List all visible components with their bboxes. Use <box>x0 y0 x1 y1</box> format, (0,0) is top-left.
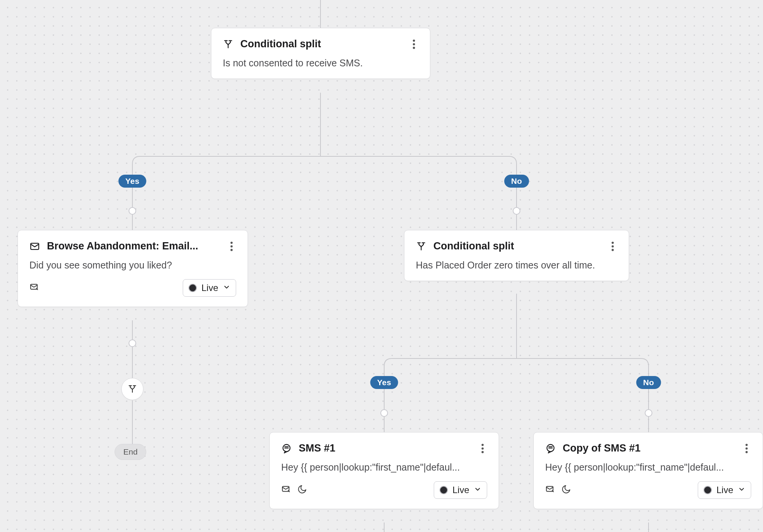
branch-label-yes: Yes <box>370 376 398 389</box>
end-node: End <box>114 444 146 460</box>
more-icon[interactable] <box>227 241 236 252</box>
node-email[interactable]: Browse Abandonment: Email... Did you see… <box>18 230 248 307</box>
merge-node[interactable] <box>121 378 143 400</box>
node-description: Hey {{ person|lookup:"first_name"|defaul… <box>545 462 751 473</box>
svg-point-16 <box>612 245 614 248</box>
status-label: Live <box>452 485 469 495</box>
svg-point-8 <box>413 43 415 45</box>
status-dot-icon <box>188 284 197 292</box>
node-description: Hey {{ person|lookup:"first_name"|defaul… <box>281 462 487 473</box>
connector-dot <box>645 409 652 417</box>
sms-icon <box>545 443 556 454</box>
node-sms[interactable]: Copy of SMS #1 Hey {{ person|lookup:"fir… <box>533 432 763 509</box>
connector-dot <box>129 339 136 347</box>
node-description: Has Placed Order zero times over all tim… <box>416 260 617 271</box>
svg-point-7 <box>413 39 415 42</box>
mail-icon <box>29 241 40 252</box>
svg-point-25 <box>745 447 748 450</box>
split-icon <box>223 39 233 50</box>
svg-point-17 <box>612 249 614 251</box>
connector-dot <box>129 207 136 215</box>
node-title: Browse Abandonment: Email... <box>47 240 220 252</box>
smart-send-icon <box>281 484 291 496</box>
svg-point-12 <box>230 245 233 248</box>
node-sms[interactable]: SMS #1 Hey {{ person|lookup:"first_name"… <box>269 432 499 509</box>
svg-point-9 <box>413 47 415 49</box>
status-dropdown[interactable]: Live <box>434 481 487 499</box>
quiet-hours-icon <box>561 484 571 496</box>
split-icon <box>127 384 137 394</box>
svg-point-19 <box>481 444 484 446</box>
svg-point-13 <box>230 249 233 251</box>
svg-point-26 <box>745 451 748 453</box>
node-description: Did you see something you liked? <box>29 260 236 271</box>
connector-dot <box>380 409 388 417</box>
node-title: Conditional split <box>433 240 601 252</box>
chevron-down-icon <box>223 283 230 293</box>
status-label: Live <box>716 485 733 495</box>
svg-point-20 <box>481 447 484 450</box>
branch-label-yes: Yes <box>118 175 146 188</box>
branch-label-no: No <box>636 376 661 389</box>
status-dot-icon <box>703 486 712 494</box>
quiet-hours-icon <box>297 484 307 496</box>
svg-point-15 <box>612 241 614 244</box>
node-title: Copy of SMS #1 <box>563 442 735 454</box>
split-icon <box>416 241 427 252</box>
more-icon[interactable] <box>608 241 617 252</box>
flow-canvas[interactable]: Conditional split Is not consented to re… <box>0 0 763 532</box>
svg-point-11 <box>230 241 233 244</box>
more-icon[interactable] <box>409 39 419 50</box>
status-label: Live <box>201 283 218 293</box>
svg-point-21 <box>481 451 484 453</box>
branch-label-no: No <box>504 175 529 188</box>
more-icon[interactable] <box>742 443 751 454</box>
chevron-down-icon <box>738 485 745 495</box>
node-title: Conditional split <box>240 38 402 50</box>
connector-dot <box>513 207 520 215</box>
status-dropdown[interactable]: Live <box>698 481 751 499</box>
sms-icon <box>281 443 292 454</box>
status-dot-icon <box>439 486 448 494</box>
svg-point-24 <box>745 444 748 446</box>
chevron-down-icon <box>474 485 481 495</box>
status-dropdown[interactable]: Live <box>183 279 236 297</box>
node-title: SMS #1 <box>299 442 471 454</box>
node-conditional-split[interactable]: Conditional split Has Placed Order zero … <box>404 230 629 281</box>
smart-send-icon <box>545 484 555 496</box>
more-icon[interactable] <box>478 443 487 454</box>
smart-send-icon <box>29 282 39 294</box>
node-conditional-split[interactable]: Conditional split Is not consented to re… <box>211 28 430 79</box>
node-description: Is not consented to receive SMS. <box>223 58 419 69</box>
